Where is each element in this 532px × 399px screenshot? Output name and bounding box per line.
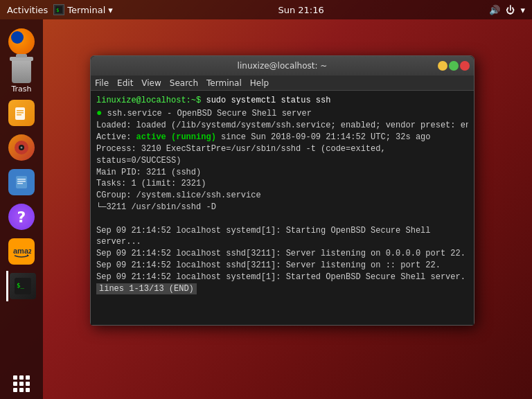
trash-label: Trash (11, 85, 31, 94)
power-icon[interactable]: ⏻ (506, 5, 515, 15)
terminal-title: linuxize@localhost: ~ (238, 61, 328, 71)
log-line-4: Sep 09 21:14:52 localhost systemd[1]: St… (96, 272, 468, 283)
svg-rect-5 (17, 114, 21, 116)
close-button[interactable] (460, 61, 470, 71)
svg-rect-9 (16, 176, 27, 188)
sidebar-item-amazon[interactable]: amazon (6, 236, 37, 267)
spacer-line (96, 213, 468, 225)
sidebar-item-text-editor[interactable] (6, 167, 37, 197)
active-suffix: since Sun 2018-09-09 21:14:52 UTC; 32s a… (216, 132, 431, 142)
firefox-icon (8, 28, 35, 55)
app-name-label: Terminal (67, 5, 105, 15)
svg-rect-4 (17, 112, 24, 114)
top-bar-left: Activities $ Terminal ▾ (7, 4, 113, 15)
log-line-1: Sep 09 21:14:52 localhost systemd[1]: St… (96, 225, 468, 249)
sidebar: Trash (0, 19, 43, 399)
lines-indicator-line: lines 1-13/13 (END) (96, 283, 468, 295)
cgroup-line: CGroup: /system.slice/ssh.service (96, 190, 468, 202)
menu-edit[interactable]: Edit (117, 78, 133, 88)
sidebar-item-firefox[interactable] (6, 26, 37, 57)
files-icon (8, 100, 35, 126)
process-line: Process: 3210 ExecStartPre=/usr/sbin/ssh… (96, 143, 468, 167)
sidebar-item-terminal[interactable]: $_ (6, 271, 37, 301)
terminal-app-icon: $ (53, 4, 64, 15)
music-icon (8, 134, 35, 161)
sidebar-item-help[interactable]: ? (6, 202, 37, 232)
active-line: Active: active (running) since Sun 2018-… (96, 132, 468, 143)
menu-help[interactable]: Help (250, 78, 269, 88)
amazon-icon: amazon (8, 238, 35, 265)
service-name-text: ssh.service - OpenBSD Secure Shell serve… (102, 109, 311, 118)
cgroup-detail-line: └─3211 /usr/sbin/sshd -D (96, 202, 468, 213)
maximize-button[interactable] (449, 61, 459, 71)
terminal-titlebar: linuxize@localhost: ~ (91, 56, 474, 76)
prompt: linuxize@localhost:~$ (96, 96, 201, 105)
menu-terminal[interactable]: Terminal (206, 78, 242, 88)
active-status: active (running) (136, 132, 216, 142)
svg-rect-3 (17, 110, 24, 112)
terminal-content[interactable]: linuxize@localhost:~$ sudo systemctl sta… (91, 91, 474, 325)
svg-rect-10 (17, 179, 26, 180)
terminal-menubar: File Edit View Search Terminal Help (91, 76, 474, 91)
command-prompt-line: linuxize@localhost:~$ sudo systemctl sta… (96, 95, 468, 107)
trash-icon (12, 61, 31, 83)
svg-rect-2 (15, 107, 25, 120)
main-pid-line: Main PID: 3211 (sshd) (96, 167, 468, 179)
menu-view[interactable]: View (141, 78, 161, 88)
tasks-line: Tasks: 1 (limit: 2321) (96, 178, 468, 190)
app-menu-arrow: ▾ (108, 5, 113, 15)
active-prefix: Active: (96, 132, 136, 142)
help-icon: ? (8, 204, 35, 230)
activities-button[interactable]: Activities (7, 5, 48, 15)
terminal-icon: $_ (10, 273, 36, 299)
app-grid-button[interactable] (13, 375, 30, 392)
system-tray: 🔊 ⏻ ▾ (489, 5, 525, 15)
svg-text:amazon: amazon (13, 247, 31, 255)
volume-icon[interactable]: 🔊 (489, 5, 500, 15)
lines-indicator: lines 1-13/13 (END) (96, 283, 197, 295)
service-status-line: ● ssh.service - OpenBSD Secure Shell ser… (96, 107, 468, 121)
svg-point-8 (21, 147, 23, 149)
menu-search[interactable]: Search (170, 78, 198, 88)
log-line-3: Sep 09 21:14:52 localhost sshd[3211]: Se… (96, 260, 468, 272)
sidebar-item-files[interactable] (6, 98, 37, 128)
svg-rect-12 (17, 183, 23, 184)
minimize-button[interactable] (438, 61, 447, 71)
text-editor-icon (8, 169, 35, 195)
svg-rect-11 (17, 181, 26, 182)
loaded-line: Loaded: loaded (/lib/systemd/system/ssh.… (96, 120, 468, 132)
terminal-window: linuxize@localhost: ~ File Edit View Sea… (90, 55, 475, 326)
top-bar: Activities $ Terminal ▾ Sun 21:16 🔊 ⏻ ▾ (0, 0, 532, 19)
grid-dots (13, 375, 30, 392)
log-line-2: Sep 09 21:14:52 localhost sshd[3211]: Se… (96, 248, 468, 260)
sidebar-item-trash[interactable]: Trash (11, 61, 31, 94)
power-arrow[interactable]: ▾ (520, 5, 525, 15)
window-controls (438, 61, 470, 71)
menu-file[interactable]: File (95, 78, 109, 88)
sidebar-item-music[interactable] (6, 132, 37, 163)
app-menu[interactable]: $ Terminal ▾ (53, 4, 112, 15)
clock: Sun 21:16 (278, 5, 323, 15)
svg-text:$: $ (56, 8, 59, 13)
command-text: sudo systemctl status ssh (201, 96, 330, 105)
svg-text:$_: $_ (17, 282, 24, 289)
